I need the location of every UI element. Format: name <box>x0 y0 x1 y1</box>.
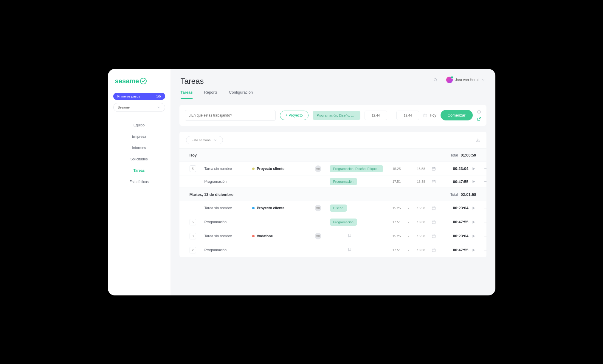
task-name[interactable]: Programación <box>204 220 249 224</box>
bookmark-icon[interactable] <box>348 233 352 238</box>
sidebar-item-solicitudes[interactable]: Solicitudes <box>108 154 170 165</box>
sidebar-item-tareas[interactable]: Tareas <box>108 165 170 176</box>
svg-rect-49 <box>432 249 435 251</box>
play-icon[interactable] <box>472 167 476 171</box>
more-icon[interactable] <box>483 179 488 184</box>
logo: sesame <box>108 77 170 91</box>
svg-point-23 <box>485 181 486 182</box>
calendar-icon[interactable] <box>432 206 436 210</box>
task-name[interactable]: Programación <box>204 248 249 252</box>
project-color-dot <box>252 207 255 209</box>
svg-point-54 <box>484 250 484 250</box>
assignee-avatar: MR <box>315 205 321 211</box>
project-cell[interactable]: Proyecto cliente <box>252 206 312 210</box>
time-to-input[interactable]: 12.44 <box>396 111 419 120</box>
svg-rect-33 <box>432 221 435 223</box>
task-row: 5Tarea sin nombreProyecto clienteMRProgr… <box>179 162 486 176</box>
assignee-avatar: MR <box>315 233 321 239</box>
time-from[interactable]: 15.25 <box>389 234 404 238</box>
list-toolbar: Esta semana <box>179 132 486 148</box>
time-from[interactable]: 17.51 <box>389 180 404 183</box>
page-title: Tareas <box>181 77 204 86</box>
svg-point-40 <box>486 222 487 222</box>
time-to[interactable]: 15.58 <box>414 234 429 238</box>
calendar-icon <box>423 113 427 117</box>
task-name[interactable]: Tarea sin nombre <box>204 167 249 171</box>
week-filter[interactable]: Esta semana <box>186 136 223 144</box>
sidebar-item-estadísticas[interactable]: Estadísticas <box>108 176 170 188</box>
task-list-panel: Esta semana HoyTotal 01:00:595Tarea sin … <box>179 132 486 257</box>
bookmark-icon[interactable] <box>348 247 352 252</box>
tab-reports[interactable]: Reports <box>204 90 218 99</box>
count-badge: 3 <box>190 233 196 239</box>
calendar-icon[interactable] <box>432 167 436 171</box>
time-from[interactable]: 15.25 <box>389 206 404 210</box>
tag-chip[interactable]: Programación <box>330 178 357 185</box>
start-button[interactable]: Comenzar <box>441 110 473 120</box>
more-icon[interactable] <box>483 234 488 238</box>
add-project-button[interactable]: + Proyecto <box>280 111 309 120</box>
more-icon[interactable] <box>483 248 488 252</box>
workspace-select[interactable]: Sesame <box>113 103 165 112</box>
svg-rect-17 <box>432 180 435 183</box>
project-cell[interactable]: Proyecto cliente <box>252 167 312 171</box>
tab-tareas[interactable]: Tareas <box>181 90 193 99</box>
time-to[interactable]: 18.38 <box>414 248 429 252</box>
tag-chip[interactable]: Programación <box>330 219 357 226</box>
project-cell[interactable]: Vodafone <box>252 234 312 238</box>
calendar-icon[interactable] <box>432 234 436 238</box>
svg-point-22 <box>484 181 484 182</box>
sidebar-item-informes[interactable]: Informes <box>108 142 170 154</box>
svg-point-14 <box>484 168 484 169</box>
clock-icon[interactable] <box>477 110 481 114</box>
task-input[interactable] <box>185 110 276 121</box>
entry-bar: + Proyecto Programación, Diseño, Etique.… <box>179 105 486 126</box>
time-to[interactable]: 18.38 <box>414 180 429 183</box>
svg-point-32 <box>486 208 487 208</box>
tags-chip[interactable]: Programación, Diseño, Etique... <box>313 111 360 120</box>
group-header: HoyTotal 01:00:59 <box>179 148 486 162</box>
play-icon[interactable] <box>472 248 476 252</box>
sidebar-item-empresa[interactable]: Empresa <box>108 131 170 142</box>
play-icon[interactable] <box>472 179 476 184</box>
time-from[interactable]: 17.51 <box>389 248 404 252</box>
svg-marker-37 <box>472 221 475 223</box>
play-icon[interactable] <box>472 220 476 224</box>
tab-configuración[interactable]: Configuración <box>229 90 253 99</box>
task-name[interactable]: Programación <box>204 179 249 184</box>
svg-marker-53 <box>472 249 475 251</box>
sidebar-item-equipo[interactable]: Equipo <box>108 120 170 131</box>
play-icon[interactable] <box>472 234 476 238</box>
svg-point-38 <box>484 222 484 222</box>
time-from[interactable]: 17.51 <box>389 220 404 224</box>
onboarding-steps-badge[interactable]: Primeros pasos 1/5 <box>113 93 165 100</box>
more-icon[interactable] <box>483 220 488 224</box>
duration: 00:23:04 <box>442 234 469 238</box>
project-color-dot <box>252 235 255 237</box>
time-to[interactable]: 15.58 <box>414 167 429 171</box>
download-icon[interactable] <box>476 138 480 142</box>
play-icon[interactable] <box>472 206 476 210</box>
more-icon[interactable] <box>483 206 488 210</box>
more-icon[interactable] <box>483 167 488 171</box>
svg-marker-29 <box>472 207 475 209</box>
task-name[interactable]: Tarea sin nombre <box>204 206 249 210</box>
time-to[interactable]: 18.38 <box>414 220 429 224</box>
search-icon[interactable] <box>433 78 438 82</box>
task-name[interactable]: Tarea sin nombre <box>204 234 249 238</box>
svg-point-31 <box>485 208 486 208</box>
time-from-input[interactable]: 12.44 <box>365 111 387 120</box>
user-menu[interactable]: Jara van Herpt <box>446 77 485 83</box>
external-link-icon[interactable] <box>477 117 481 121</box>
top-actions: Jara van Herpt <box>433 77 485 83</box>
duration: 00:47:55 <box>442 179 469 184</box>
calendar-icon[interactable] <box>432 248 436 252</box>
date-today-select[interactable]: Hoy <box>423 113 436 117</box>
svg-line-1 <box>436 80 437 81</box>
calendar-icon[interactable] <box>432 179 436 184</box>
tag-chip[interactable]: Programación, Diseño, Etique... <box>330 165 383 172</box>
calendar-icon[interactable] <box>432 220 436 224</box>
time-from[interactable]: 15.25 <box>389 167 404 171</box>
tag-chip[interactable]: Diseño <box>330 205 347 212</box>
time-to[interactable]: 15.58 <box>414 206 429 210</box>
